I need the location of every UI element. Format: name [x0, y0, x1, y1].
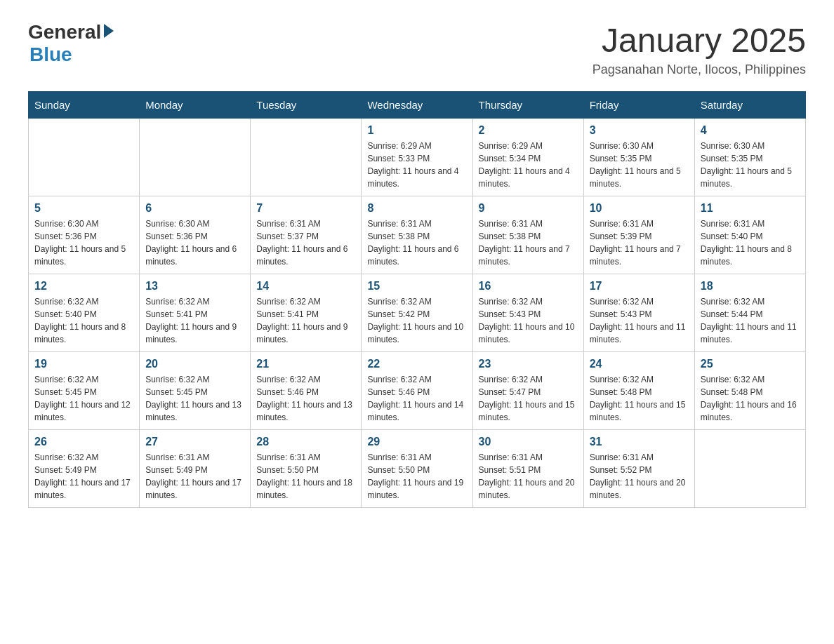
day-info: Sunrise: 6:30 AM Sunset: 5:36 PM Dayligh…	[145, 217, 244, 268]
calendar-cell: 6Sunrise: 6:30 AM Sunset: 5:36 PM Daylig…	[140, 196, 251, 274]
day-number: 5	[34, 202, 133, 215]
day-info: Sunrise: 6:31 AM Sunset: 5:50 PM Dayligh…	[367, 451, 466, 502]
day-info: Sunrise: 6:31 AM Sunset: 5:38 PM Dayligh…	[479, 217, 578, 268]
day-info: Sunrise: 6:30 AM Sunset: 5:36 PM Dayligh…	[34, 217, 133, 268]
calendar-week-row: 1Sunrise: 6:29 AM Sunset: 5:33 PM Daylig…	[29, 119, 806, 196]
day-number: 30	[479, 436, 578, 448]
calendar-cell: 31Sunrise: 6:31 AM Sunset: 5:52 PM Dayli…	[583, 430, 694, 508]
day-number: 31	[590, 436, 689, 448]
calendar-cell	[694, 430, 805, 508]
calendar-cell: 25Sunrise: 6:32 AM Sunset: 5:48 PM Dayli…	[694, 352, 805, 430]
calendar-cell: 30Sunrise: 6:31 AM Sunset: 5:51 PM Dayli…	[472, 430, 583, 508]
calendar-cell: 22Sunrise: 6:32 AM Sunset: 5:46 PM Dayli…	[362, 352, 472, 430]
day-info: Sunrise: 6:32 AM Sunset: 5:45 PM Dayligh…	[145, 373, 244, 424]
day-number: 9	[479, 202, 578, 215]
calendar-cell: 9Sunrise: 6:31 AM Sunset: 5:38 PM Daylig…	[472, 196, 583, 274]
calendar-cell: 3Sunrise: 6:30 AM Sunset: 5:35 PM Daylig…	[583, 119, 694, 196]
day-number: 11	[701, 202, 800, 215]
day-number: 20	[145, 358, 244, 370]
logo-general-text: General	[28, 21, 101, 43]
day-number: 6	[145, 202, 244, 215]
day-number: 26	[34, 436, 133, 448]
calendar-cell: 13Sunrise: 6:32 AM Sunset: 5:41 PM Dayli…	[140, 274, 251, 352]
day-info: Sunrise: 6:31 AM Sunset: 5:49 PM Dayligh…	[145, 451, 244, 502]
day-info: Sunrise: 6:32 AM Sunset: 5:42 PM Dayligh…	[367, 295, 466, 346]
day-number: 8	[367, 202, 466, 215]
day-info: Sunrise: 6:32 AM Sunset: 5:40 PM Dayligh…	[34, 295, 133, 346]
location-subtitle: Pagsanahan Norte, Ilocos, Philippines	[593, 62, 806, 77]
calendar-cell: 27Sunrise: 6:31 AM Sunset: 5:49 PM Dayli…	[140, 430, 251, 508]
calendar-cell: 18Sunrise: 6:32 AM Sunset: 5:44 PM Dayli…	[694, 274, 805, 352]
calendar-header-row: SundayMondayTuesdayWednesdayThursdayFrid…	[29, 92, 806, 119]
day-info: Sunrise: 6:31 AM Sunset: 5:40 PM Dayligh…	[701, 217, 800, 268]
day-info: Sunrise: 6:29 AM Sunset: 5:33 PM Dayligh…	[367, 140, 466, 190]
day-number: 24	[590, 358, 689, 370]
day-number: 29	[367, 436, 466, 448]
day-number: 2	[479, 124, 578, 137]
day-number: 16	[479, 280, 578, 293]
day-info: Sunrise: 6:31 AM Sunset: 5:51 PM Dayligh…	[479, 451, 578, 502]
day-number: 15	[367, 280, 466, 293]
calendar-cell: 4Sunrise: 6:30 AM Sunset: 5:35 PM Daylig…	[694, 119, 805, 196]
day-info: Sunrise: 6:31 AM Sunset: 5:39 PM Dayligh…	[590, 217, 689, 268]
calendar-week-row: 5Sunrise: 6:30 AM Sunset: 5:36 PM Daylig…	[29, 196, 806, 274]
day-info: Sunrise: 6:32 AM Sunset: 5:47 PM Dayligh…	[479, 373, 578, 424]
calendar-cell: 5Sunrise: 6:30 AM Sunset: 5:36 PM Daylig…	[29, 196, 140, 274]
calendar-cell: 21Sunrise: 6:32 AM Sunset: 5:46 PM Dayli…	[251, 352, 362, 430]
day-info: Sunrise: 6:32 AM Sunset: 5:49 PM Dayligh…	[34, 451, 133, 502]
calendar-header-cell: Monday	[140, 92, 251, 119]
calendar-cell: 7Sunrise: 6:31 AM Sunset: 5:37 PM Daylig…	[251, 196, 362, 274]
calendar-cell: 26Sunrise: 6:32 AM Sunset: 5:49 PM Dayli…	[29, 430, 140, 508]
day-number: 3	[590, 124, 689, 137]
calendar-cell: 1Sunrise: 6:29 AM Sunset: 5:33 PM Daylig…	[362, 119, 472, 196]
calendar-cell	[140, 119, 251, 196]
day-number: 1	[367, 124, 466, 137]
calendar-cell: 12Sunrise: 6:32 AM Sunset: 5:40 PM Dayli…	[29, 274, 140, 352]
day-number: 22	[367, 358, 466, 370]
calendar-cell	[29, 119, 140, 196]
calendar-cell: 17Sunrise: 6:32 AM Sunset: 5:43 PM Dayli…	[583, 274, 694, 352]
logo-arrow-icon	[104, 24, 114, 38]
day-info: Sunrise: 6:32 AM Sunset: 5:46 PM Dayligh…	[256, 373, 355, 424]
title-block: January 2025 Pagsanahan Norte, Ilocos, P…	[593, 21, 806, 77]
page-header: General Blue January 2025 Pagsanahan Nor…	[28, 21, 806, 77]
calendar-cell: 16Sunrise: 6:32 AM Sunset: 5:43 PM Dayli…	[472, 274, 583, 352]
calendar-cell: 19Sunrise: 6:32 AM Sunset: 5:45 PM Dayli…	[29, 352, 140, 430]
calendar-week-row: 12Sunrise: 6:32 AM Sunset: 5:40 PM Dayli…	[29, 274, 806, 352]
day-info: Sunrise: 6:32 AM Sunset: 5:46 PM Dayligh…	[367, 373, 466, 424]
month-year-title: January 2025	[593, 21, 806, 60]
day-info: Sunrise: 6:32 AM Sunset: 5:44 PM Dayligh…	[701, 295, 800, 346]
day-number: 28	[256, 436, 355, 448]
day-info: Sunrise: 6:32 AM Sunset: 5:43 PM Dayligh…	[479, 295, 578, 346]
calendar-header-cell: Friday	[583, 92, 694, 119]
day-info: Sunrise: 6:32 AM Sunset: 5:45 PM Dayligh…	[34, 373, 133, 424]
day-info: Sunrise: 6:30 AM Sunset: 5:35 PM Dayligh…	[590, 140, 689, 190]
day-info: Sunrise: 6:31 AM Sunset: 5:38 PM Dayligh…	[367, 217, 466, 268]
day-info: Sunrise: 6:32 AM Sunset: 5:43 PM Dayligh…	[590, 295, 689, 346]
calendar-header-cell: Tuesday	[251, 92, 362, 119]
calendar-week-row: 19Sunrise: 6:32 AM Sunset: 5:45 PM Dayli…	[29, 352, 806, 430]
day-info: Sunrise: 6:30 AM Sunset: 5:35 PM Dayligh…	[701, 140, 800, 190]
day-info: Sunrise: 6:32 AM Sunset: 5:41 PM Dayligh…	[145, 295, 244, 346]
calendar-cell: 10Sunrise: 6:31 AM Sunset: 5:39 PM Dayli…	[583, 196, 694, 274]
day-number: 14	[256, 280, 355, 293]
day-number: 18	[701, 280, 800, 293]
day-number: 12	[34, 280, 133, 293]
calendar-week-row: 26Sunrise: 6:32 AM Sunset: 5:49 PM Dayli…	[29, 430, 806, 508]
calendar-header-cell: Wednesday	[362, 92, 472, 119]
day-number: 21	[256, 358, 355, 370]
calendar-cell: 20Sunrise: 6:32 AM Sunset: 5:45 PM Dayli…	[140, 352, 251, 430]
day-info: Sunrise: 6:31 AM Sunset: 5:50 PM Dayligh…	[256, 451, 355, 502]
day-number: 4	[701, 124, 800, 137]
calendar-cell: 28Sunrise: 6:31 AM Sunset: 5:50 PM Dayli…	[251, 430, 362, 508]
calendar-cell: 8Sunrise: 6:31 AM Sunset: 5:38 PM Daylig…	[362, 196, 472, 274]
logo-blue-text: Blue	[29, 43, 114, 66]
day-number: 10	[590, 202, 689, 215]
day-info: Sunrise: 6:31 AM Sunset: 5:37 PM Dayligh…	[256, 217, 355, 268]
calendar-header-cell: Thursday	[472, 92, 583, 119]
day-number: 23	[479, 358, 578, 370]
day-info: Sunrise: 6:32 AM Sunset: 5:41 PM Dayligh…	[256, 295, 355, 346]
calendar-cell: 29Sunrise: 6:31 AM Sunset: 5:50 PM Dayli…	[362, 430, 472, 508]
day-info: Sunrise: 6:32 AM Sunset: 5:48 PM Dayligh…	[590, 373, 689, 424]
day-number: 13	[145, 280, 244, 293]
